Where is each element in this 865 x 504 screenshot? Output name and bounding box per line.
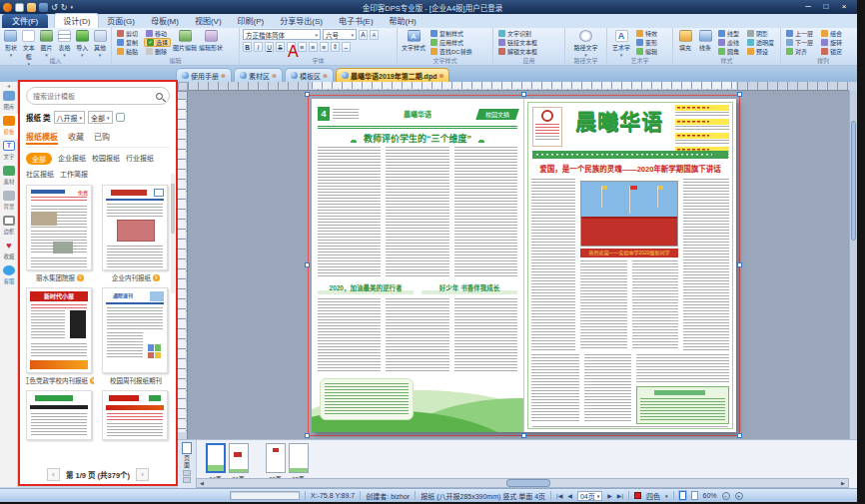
category-work-brief[interactable]: 工作简报 [60, 169, 88, 179]
selection-handle[interactable] [737, 433, 742, 438]
apply-style-button[interactable]: 应用样式 [429, 38, 474, 47]
corner-button[interactable]: 圆角 [716, 47, 741, 56]
template-thumbnail[interactable]: 免费 [26, 185, 92, 270]
template-card[interactable] [102, 390, 170, 440]
strikethrough-button[interactable]: S [276, 42, 285, 52]
selection-handle[interactable] [305, 92, 310, 97]
line-button[interactable]: 线条 [696, 29, 714, 52]
color-dropdown-icon[interactable]: ▾ [665, 493, 668, 499]
delete-button[interactable]: 删除 [144, 47, 171, 56]
pages-rail[interactable]: 页面 [178, 440, 197, 489]
quick-access-dropdown-icon[interactable]: ▾ [70, 3, 73, 12]
insert-image-button[interactable]: 图片 [39, 29, 55, 58]
minimize-button[interactable]: ─ [802, 1, 814, 13]
tab-close-icon[interactable]: ⊗ [438, 72, 443, 79]
doc-tab-material[interactable]: 素材区⊗ [234, 68, 283, 82]
page-4[interactable]: 4 晨曦华语 校园文摘 教师评价学生的“三个维度” 2020，加油最美的逆行者 … [312, 99, 523, 432]
copy-style-button[interactable]: 复制样式 [429, 29, 474, 38]
selection-handle[interactable] [737, 262, 742, 267]
text-style-button[interactable]: A文字样式 [401, 29, 427, 52]
paste-button[interactable]: 粘贴 [115, 47, 140, 56]
tab-design[interactable]: 设计(D) [54, 13, 99, 28]
line-spacing-button[interactable]: ⇕ [331, 42, 340, 52]
spread-view-icon[interactable] [691, 491, 698, 500]
search-icon[interactable] [156, 93, 163, 100]
align-center-button[interactable]: ≡ [309, 42, 318, 52]
panel-tab-favorites[interactable]: 收藏 [68, 131, 84, 145]
tab-page[interactable]: 页面(G) [99, 14, 143, 28]
link-textbox-button[interactable]: 链接文本框 [496, 38, 539, 47]
previous-page-button[interactable]: ◀ [567, 492, 572, 499]
align-left-button[interactable]: ≡ [298, 42, 307, 52]
align-right-button[interactable]: ≡ [320, 42, 329, 52]
zoom-in-icon[interactable]: + [735, 492, 743, 500]
tab-close-icon[interactable]: ⊗ [272, 72, 277, 79]
rail-item-gallery[interactable]: 图库 [0, 89, 18, 114]
dash-style-button[interactable]: 虚线 [716, 38, 741, 47]
color-mode-label[interactable]: 四色 [646, 491, 660, 501]
font-size-select[interactable]: 六号 [323, 29, 357, 40]
opacity-button[interactable]: 透明度 [745, 38, 776, 47]
font-color-button[interactable]: A [287, 42, 296, 52]
page-thumb-4[interactable]: 04页 [204, 443, 227, 483]
italic-button[interactable]: I [254, 42, 263, 52]
maximize-button[interactable]: □ [820, 1, 832, 13]
rail-item-favorites[interactable]: ♥收藏 [0, 239, 18, 263]
wordart-button[interactable]: A艺术字 [610, 29, 632, 58]
wordart-effect-button[interactable]: 特效 [634, 29, 659, 38]
bold-button[interactable]: B [243, 42, 252, 52]
panel-tab-purchased[interactable]: 已购 [94, 131, 110, 145]
template-thumbnail[interactable]: 新时代小报 [26, 287, 92, 373]
category-all[interactable]: 全部 [26, 153, 52, 165]
scroll-left-icon[interactable]: ◀ [197, 479, 207, 487]
text-recognize-button[interactable]: 文字识别 [496, 29, 539, 38]
selection-handle[interactable] [737, 92, 742, 97]
rail-item-material[interactable]: 素材 [0, 164, 18, 189]
page-spread[interactable]: 4 晨曦华语 校园文摘 教师评价学生的“三个维度” 2020，加油最美的逆行者 … [312, 99, 736, 432]
selection-handle[interactable] [305, 262, 310, 267]
tab-help[interactable]: 帮助(H) [382, 14, 425, 28]
canvas-horizontal-scrollbar[interactable]: ◀ ▶ [196, 478, 849, 488]
template-card[interactable]: 免费 丽水集团院报¥ [26, 185, 94, 282]
vertical-ruler[interactable] [178, 91, 188, 439]
panel-scrollbar[interactable] [171, 174, 175, 293]
panel-tab-newspaper-templates[interactable]: 报纸模板 [26, 131, 58, 145]
next-page-button[interactable]: › [136, 468, 149, 481]
font-family-select[interactable]: 方正楷体简体 [243, 29, 321, 40]
doc-tab-manual[interactable]: 使用手册⊗ [176, 68, 232, 82]
line-style-button[interactable]: 线型 [716, 29, 741, 38]
insert-other-button[interactable]: 其他 [92, 29, 108, 58]
scroll-right-icon[interactable]: ▶ [838, 479, 848, 487]
char-spacing-button[interactable]: ⇔ [342, 42, 351, 52]
remove-page-button[interactable] [183, 477, 191, 483]
canvas-vertical-scrollbar[interactable] [849, 91, 857, 439]
unlink-textbox-button[interactable]: 解锁文本框 [496, 47, 539, 56]
next-page-button-status[interactable]: ▶ [607, 492, 612, 499]
prev-page-button[interactable]: ‹ [47, 468, 60, 481]
category-enterprise[interactable]: 企业报纸 [58, 153, 86, 165]
group-button[interactable]: 组合 [819, 29, 844, 38]
rail-item-template[interactable]: 模板 [0, 114, 18, 139]
find-replace-button[interactable]: 查找DC替换 [429, 47, 474, 56]
page-thumb-2[interactable]: 02页 [264, 443, 287, 483]
paper-size-select[interactable]: 八开报 [54, 111, 86, 124]
close-button[interactable]: × [838, 1, 850, 13]
doc-tab-template[interactable]: 模板区⊗ [285, 68, 334, 82]
template-card[interactable] [26, 390, 94, 440]
shadow-button[interactable]: 阴影 [745, 29, 776, 38]
redo-icon[interactable]: ↻ [61, 3, 68, 12]
bring-forward-button[interactable]: 上一层 [784, 29, 815, 38]
template-card[interactable]: 通院速刊 校园周刊报纸期刊 [102, 287, 170, 385]
rail-item-text[interactable]: T文字 [0, 139, 18, 164]
file-menu-button[interactable]: 文件(F) [2, 14, 48, 28]
page-thumb-3[interactable]: 03页 [287, 443, 310, 483]
single-page-view-icon[interactable] [679, 491, 686, 500]
send-backward-button[interactable]: 下一层 [784, 38, 815, 47]
new-file-icon[interactable] [15, 3, 24, 12]
add-page-button[interactable] [183, 470, 191, 476]
tab-view[interactable]: 视图(V) [187, 14, 230, 28]
template-thumbnail[interactable] [26, 390, 92, 440]
horizontal-ruler[interactable] [188, 82, 849, 91]
insert-table-button[interactable]: 表格 [56, 29, 72, 58]
page-thumb-1[interactable]: 01页 [227, 443, 250, 483]
